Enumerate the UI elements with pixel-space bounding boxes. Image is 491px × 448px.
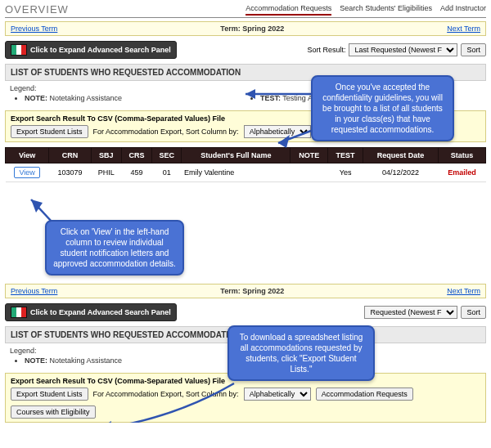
cell-sec: 01 [152,164,182,182]
sort-result-select-2[interactable]: Requested (Newest F [364,306,457,319]
cell-sbj: PHIL [91,164,121,182]
sort-result-select[interactable]: Last Requested (Newest F [349,43,457,56]
expand-search-panel-button[interactable]: Click to Expand Advanced Search Panel [5,41,177,59]
cell-crs: 459 [121,164,151,182]
nav-search-eligibilities[interactable]: Search Students' Eligibilities [340,4,432,16]
courses-eligibility-button[interactable]: Courses with Eligibility [11,405,96,419]
col-name: Student's Full Name [182,148,291,164]
cell-crn: 103079 [49,164,91,182]
sort-button[interactable]: Sort [461,43,486,56]
col-view: View [6,148,49,164]
view-button[interactable]: View [14,167,39,178]
top-nav: Accommodation Requests Search Students' … [246,4,486,16]
page-title: OVERVIEW [5,3,69,16]
next-term-link[interactable]: Next Term [447,25,480,33]
next-term-link-2[interactable]: Next Term [447,287,480,295]
sort-button-2[interactable]: Sort [461,306,486,319]
col-test: TEST [328,148,363,164]
expand-icon [11,44,27,56]
export-sort-label: For Accommodation Export, Sort Column by… [93,128,239,136]
export-sort-label-2: For Accommodation Export, Sort Column by… [93,390,239,398]
export-sort-select-2[interactable]: Alphabetically [244,388,311,401]
expand-search-panel-button-2[interactable]: Click to Expand Advanced Search Panel [5,303,177,321]
col-sec: SEC [152,148,182,164]
accommodation-requests-button-2[interactable]: Accommodation Requests [316,388,413,401]
legend-title: Legend: [10,84,37,92]
expand-icon-2 [11,307,27,318]
col-sbj: SBJ [91,148,121,164]
sort-label: Sort Result: [307,46,345,54]
previous-term-link[interactable]: Previous Term [11,25,57,33]
cell-status: Emailed [439,164,486,182]
nav-accommodation-requests[interactable]: Accommodation Requests [246,4,331,16]
table-header-row: View CRN SBJ CRS SEC Student's Full Name… [6,148,486,164]
col-date: Request Date [363,148,438,164]
cell-note [291,164,328,182]
term-bar: Previous Term Term: Spring 2022 Next Ter… [5,21,486,36]
table-row: View 103079 PHIL 459 01 Emily Valentine … [6,164,486,182]
callout-overview: Once you've accepted the confidentiality… [311,75,454,141]
export-student-lists-button-2[interactable]: Export Student Lists [11,388,88,401]
export-student-lists-button[interactable]: Export Student Lists [11,125,88,138]
term-label: Term: Spring 2022 [220,25,284,33]
callout-export: To download a spreadsheet listing all ac… [227,325,375,381]
col-crn: CRN [49,148,91,164]
expand-label-2: Click to Expand Advanced Search Panel [30,308,171,316]
term-bar-2: Previous Term Term: Spring 2022 Next Ter… [5,284,486,298]
students-table: View CRN SBJ CRS SEC Student's Full Name… [5,147,486,182]
term-label-2: Term: Spring 2022 [220,287,284,295]
nav-add-instructor[interactable]: Add Instructor [440,4,486,16]
col-note: NOTE [291,148,328,164]
cell-name: Emily Valentine [182,164,291,182]
callout-view: Click on 'View' in the left-hand column … [45,220,184,276]
legend-title-2: Legend: [10,347,37,355]
cell-date: 04/12/2022 [363,164,438,182]
expand-label: Click to Expand Advanced Search Panel [30,46,171,54]
cell-test: Yes [328,164,363,182]
col-status: Status [439,148,486,164]
col-crs: CRS [121,148,151,164]
export-sort-select[interactable]: Alphabetically [244,125,311,138]
previous-term-link-2[interactable]: Previous Term [11,287,57,295]
